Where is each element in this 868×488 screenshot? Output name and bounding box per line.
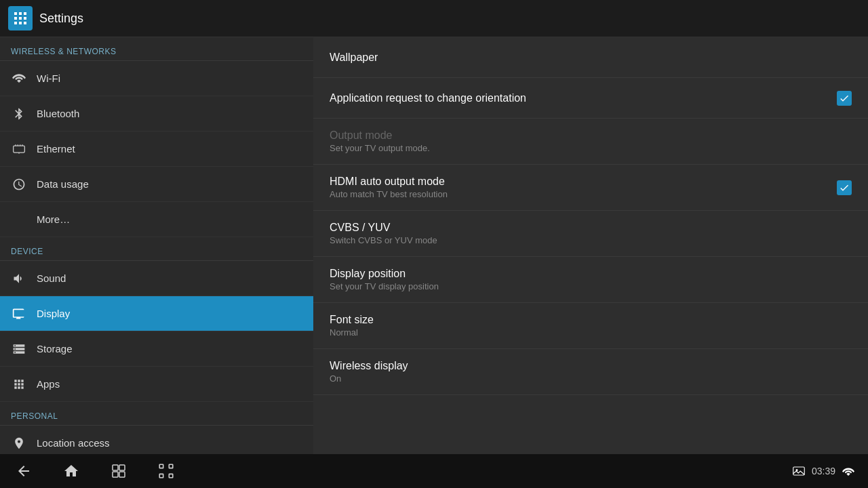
item-title: Wallpaper — [330, 52, 378, 64]
screenshot-button[interactable] — [156, 461, 176, 481]
sidebar-item-bluetooth[interactable]: Bluetooth — [0, 96, 313, 131]
sidebar-item-data-usage[interactable]: Data usage — [0, 167, 313, 202]
sound-icon — [11, 270, 27, 287]
svg-rect-6 — [169, 464, 172, 468]
wifi-status-icon — [842, 466, 854, 476]
sidebar-item-label: Data usage — [37, 178, 89, 190]
item-title: Display position — [330, 268, 439, 280]
sidebar-item-display[interactable]: Display — [0, 296, 313, 331]
sidebar-item-storage[interactable]: Storage — [0, 331, 313, 367]
ethernet-icon — [11, 141, 27, 157]
content-item-wireless-display[interactable]: Wireless displayOn — [313, 349, 868, 395]
item-title: Application request to change orientatio… — [330, 92, 526, 104]
content-item-hdmi[interactable]: HDMI auto output modeAuto match TV best … — [313, 165, 868, 211]
settings-icon — [12, 10, 28, 26]
recents-button[interactable] — [108, 461, 129, 481]
sidebar-item-location[interactable]: Location access — [0, 426, 313, 454]
item-title: Font size — [330, 314, 374, 326]
none-icon — [11, 211, 27, 228]
svg-rect-7 — [159, 474, 163, 477]
location-icon — [11, 435, 27, 451]
svg-rect-5 — [159, 464, 163, 468]
apps-icon — [11, 376, 27, 392]
sidebar-item-label: More… — [37, 214, 70, 225]
sidebar-item-ethernet[interactable]: Ethernet — [0, 131, 313, 167]
item-subtitle: On — [330, 373, 408, 384]
page-title: Settings — [39, 12, 83, 26]
back-button[interactable] — [14, 461, 34, 481]
bluetooth-icon — [11, 106, 27, 122]
sidebar-item-label: Bluetooth — [37, 108, 79, 119]
checkbox-orientation[interactable] — [837, 91, 852, 106]
item-subtitle: Set your TV display position — [330, 281, 439, 291]
main-layout: WIRELESS & NETWORKSWi-FiBluetoothEtherne… — [0, 37, 868, 454]
svg-rect-8 — [169, 474, 172, 477]
storage-icon — [11, 341, 27, 357]
item-title: Output mode — [330, 129, 430, 142]
clock: 03:39 — [812, 466, 835, 476]
item-subtitle: Set your TV output mode. — [330, 143, 430, 153]
item-subtitle: Auto match TV best resolution — [330, 189, 448, 199]
content-item-cvbs[interactable]: CVBS / YUVSwitch CVBS or YUV mode — [313, 211, 868, 257]
data-icon — [11, 176, 27, 192]
sidebar-item-label: Wi-Fi — [37, 73, 60, 84]
nav-buttons — [14, 461, 176, 481]
display-icon — [11, 306, 27, 322]
content-item-font-size[interactable]: Font sizeNormal — [313, 303, 868, 349]
svg-rect-3 — [113, 472, 118, 477]
sidebar-item-label: Sound — [37, 272, 66, 284]
app-icon — [8, 6, 33, 30]
sidebar-item-sound[interactable]: Sound — [0, 261, 313, 296]
sidebar: WIRELESS & NETWORKSWi-FiBluetoothEtherne… — [0, 37, 313, 454]
item-title: HDMI auto output mode — [330, 176, 448, 188]
content-panel: WallpaperApplication request to change o… — [313, 37, 868, 454]
home-button[interactable] — [61, 461, 81, 481]
sidebar-item-label: Ethernet — [37, 143, 75, 155]
sidebar-item-wifi[interactable]: Wi-Fi — [0, 61, 313, 96]
svg-rect-9 — [793, 467, 805, 475]
image-icon — [793, 466, 805, 476]
item-subtitle: Normal — [330, 327, 374, 338]
sidebar-item-label: Apps — [37, 378, 60, 390]
content-item-display-position[interactable]: Display positionSet your TV display posi… — [313, 257, 868, 303]
item-subtitle: Switch CVBS or YUV mode — [330, 235, 437, 245]
svg-rect-0 — [14, 146, 25, 152]
svg-rect-1 — [113, 465, 118, 470]
section-header-wireless-networks: WIRELESS & NETWORKS — [0, 37, 313, 61]
content-item-orientation[interactable]: Application request to change orientatio… — [313, 78, 868, 119]
title-bar: Settings — [0, 0, 868, 37]
sidebar-item-label: Display — [37, 308, 70, 319]
bottom-bar: 03:39 — [0, 454, 868, 488]
sidebar-item-label: Location access — [37, 437, 110, 449]
section-header-device: DEVICE — [0, 237, 313, 261]
svg-rect-4 — [119, 472, 125, 477]
status-area: 03:39 — [793, 466, 854, 476]
svg-rect-2 — [119, 465, 125, 470]
sidebar-item-label: Storage — [37, 343, 73, 354]
checkbox-hdmi[interactable] — [837, 180, 852, 195]
content-item-wallpaper[interactable]: Wallpaper — [313, 37, 868, 78]
section-header-personal: PERSONAL — [0, 402, 313, 426]
item-title: Wireless display — [330, 360, 408, 372]
wifi-icon — [11, 70, 27, 87]
content-item-output-mode[interactable]: Output modeSet your TV output mode. — [313, 119, 868, 165]
sidebar-item-more[interactable]: More… — [0, 202, 313, 237]
item-title: CVBS / YUV — [330, 222, 437, 234]
sidebar-item-apps[interactable]: Apps — [0, 367, 313, 402]
